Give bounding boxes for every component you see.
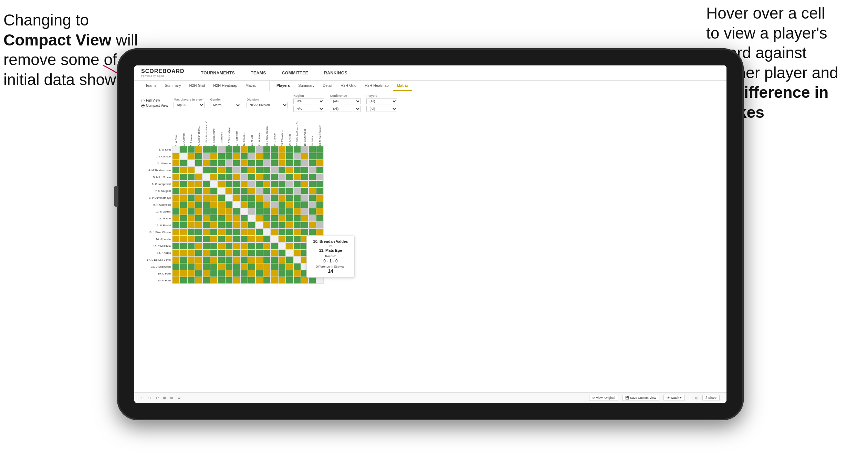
cell-3-8[interactable] [225,160,233,167]
cell-8-12[interactable] [255,194,263,201]
cell-13-7[interactable] [218,229,225,236]
cell-20-5[interactable] [202,277,210,284]
cell-9-6[interactable] [210,201,218,208]
cell-7-19[interactable] [308,187,316,194]
cell-9-11[interactable] [248,201,255,208]
radio-compact-view[interactable]: Compact View [141,104,168,107]
cell-16-17[interactable] [293,249,301,256]
cell-11-17[interactable] [293,215,301,222]
cell-3-18[interactable] [301,160,308,167]
cell-5-5[interactable] [202,174,210,180]
cell-12-12[interactable] [255,222,263,229]
cell-6-1[interactable] [172,180,180,187]
cell-11-3[interactable] [187,215,195,222]
cell-9-20[interactable] [316,201,324,208]
cell-13-4[interactable] [195,229,202,236]
cell-16-10[interactable] [240,249,248,256]
cell-5-14[interactable] [271,174,278,180]
cell-20-17[interactable] [293,277,301,284]
cell-11-11[interactable] [248,215,255,222]
cell-9-13[interactable] [263,201,271,208]
cell-12-13[interactable] [263,222,271,229]
cell-7-3[interactable] [187,187,195,194]
cell-19-14[interactable] [271,270,278,277]
cell-1-8[interactable] [225,146,233,153]
cell-14-4[interactable] [195,236,202,242]
cell-20-18[interactable] [301,277,308,284]
cell-8-10[interactable] [240,194,248,201]
cell-13-16[interactable] [286,229,293,236]
cell-18-16[interactable] [286,263,293,270]
cell-17-17[interactable] [293,256,301,263]
cell-8-16[interactable] [286,194,293,201]
cell-11-19[interactable] [308,215,316,222]
cell-19-17[interactable] [293,270,301,277]
nav-teams[interactable]: TEAMS [248,69,269,77]
cell-12-11[interactable] [248,222,255,229]
cell-11-20[interactable] [316,215,324,222]
cell-6-20[interactable] [316,180,324,187]
cell-12-17[interactable] [293,222,301,229]
cell-14-1[interactable] [172,236,180,242]
cell-4-15[interactable] [278,167,286,174]
cell-15-9[interactable] [233,242,240,249]
cell-2-2[interactable] [180,153,187,160]
cell-5-16[interactable] [286,174,293,180]
cell-6-13[interactable] [263,180,271,187]
cell-12-18[interactable] [301,222,308,229]
cell-5-19[interactable] [308,174,316,180]
cell-8-18[interactable] [301,194,308,201]
cell-4-4[interactable] [195,167,202,174]
cell-8-4[interactable] [195,194,202,201]
cell-5-9[interactable] [233,174,240,180]
cell-8-13[interactable] [263,194,271,201]
cell-5-2[interactable] [180,174,187,180]
cell-19-13[interactable] [263,270,271,277]
cell-1-5[interactable] [202,146,210,153]
cell-10-7[interactable] [218,208,225,215]
cell-2-1[interactable] [172,153,180,160]
cell-16-13[interactable] [263,249,271,256]
cell-11-2[interactable] [180,215,187,222]
cell-5-7[interactable] [218,174,225,180]
cell-7-8[interactable] [225,187,233,194]
cell-16-8[interactable] [225,249,233,256]
tab-h2h-grid-2[interactable]: H2H Grid [336,81,360,91]
cell-3-10[interactable] [240,160,248,167]
save-custom-btn[interactable]: 💾 Save Custom View [622,395,659,401]
cell-16-1[interactable] [172,249,180,256]
cell-18-11[interactable] [248,263,255,270]
cell-20-6[interactable] [210,277,218,284]
cell-13-17[interactable] [293,229,301,236]
cell-18-1[interactable] [172,263,180,270]
cell-5-15[interactable] [278,174,286,180]
cell-9-9[interactable] [233,201,240,208]
cell-14-8[interactable] [225,236,233,242]
cell-2-4[interactable] [195,153,202,160]
cell-6-6[interactable] [210,180,218,187]
cell-8-8[interactable] [225,194,233,201]
region-select-2[interactable]: N/A [293,106,324,112]
cell-10-15[interactable] [278,208,286,215]
cell-4-16[interactable] [286,167,293,174]
cell-2-19[interactable] [308,153,316,160]
cell-2-13[interactable] [263,153,271,160]
cell-10-1[interactable] [172,208,180,215]
cell-16-15[interactable] [278,249,286,256]
cell-20-7[interactable] [218,277,225,284]
cell-14-6[interactable] [210,236,218,242]
cell-13-15[interactable] [278,229,286,236]
cell-20-4[interactable] [195,277,202,284]
cell-8-5[interactable] [202,194,210,201]
cell-18-12[interactable] [255,263,263,270]
cell-17-12[interactable] [255,256,263,263]
conference-select[interactable]: (All) [330,98,361,104]
tab-matrix-2[interactable]: Matrix [393,81,412,91]
cell-7-10[interactable] [240,187,248,194]
grid-icon[interactable]: ⊞ [695,396,698,400]
cell-8-17[interactable] [293,194,301,201]
cell-15-2[interactable] [180,242,187,249]
cell-12-14[interactable] [271,222,278,229]
cell-17-4[interactable] [195,256,202,263]
cell-6-11[interactable] [248,180,255,187]
